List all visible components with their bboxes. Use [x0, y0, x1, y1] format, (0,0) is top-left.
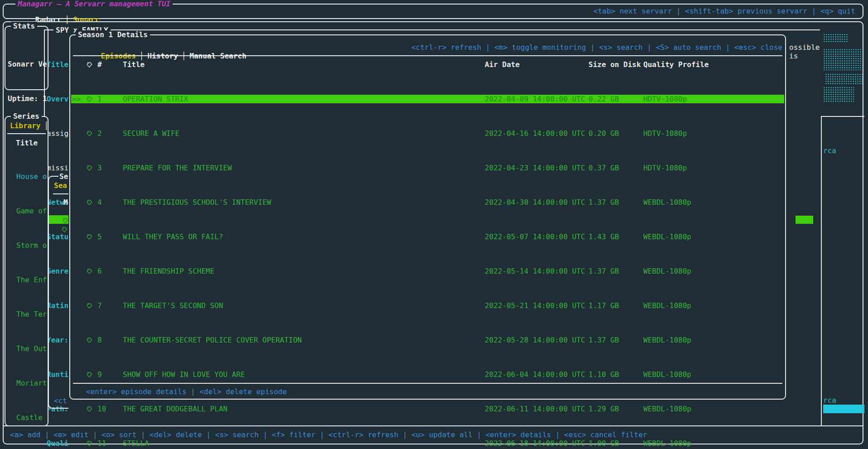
tag-icon [81, 129, 97, 138]
library-tab[interactable]: Library│ [10, 121, 52, 130]
tag-icon [81, 60, 97, 69]
series-list-item[interactable]: Castle [5, 413, 47, 422]
series-library-panel: Series Library│ Title House o Game of St… [5, 116, 48, 426]
selection-marker [7, 241, 16, 250]
episode-air-date: 2022-04-23 14:00:00 UTC [485, 164, 588, 172]
poster-braille-art-block [823, 48, 861, 70]
popup-footer-separator [73, 383, 782, 384]
tag-icon [81, 267, 97, 275]
series-list-item[interactable]: The Out [5, 344, 47, 353]
episode-size: 1.29 GB [588, 405, 643, 413]
overview-text-fragment-1: ossible [789, 43, 820, 52]
tag-icon [62, 225, 68, 234]
stats-line: Uptime: 17 [8, 94, 47, 103]
stats-panel-title: Stats [11, 22, 37, 30]
episode-number: 2 [97, 129, 123, 138]
series-list: House o Game of Storm o The Enf The Ter [5, 146, 47, 449]
episode-size: 1.10 GB [588, 370, 643, 379]
episode-row[interactable]: 3 PREPARE FOR THE INTERVIEW 2022-04-23 1… [71, 164, 784, 172]
details-panel-top-border [44, 29, 820, 30]
episode-number: 11 [97, 439, 123, 448]
selection-marker [7, 344, 16, 353]
episode-size: 1.17 GB [588, 301, 643, 310]
series-list-item[interactable]: Storm o [5, 241, 47, 250]
episode-quality: WEBDL-1080p [643, 198, 784, 207]
popup-title: Season 1 Details [76, 30, 150, 39]
season-selection-highlight-fragment [796, 216, 813, 224]
episode-row[interactable]: 7 THE TARGET'S SECOND SON 2022-05-21 14:… [71, 301, 784, 310]
header-keybind-hints: <tab> next servarr | <shift-tab> previou… [593, 7, 855, 15]
episode-title: SECURE A WIFE [123, 129, 485, 138]
series-title: Storm o [16, 241, 47, 250]
header-air-date: Air Date [485, 60, 588, 69]
episode-row[interactable]: => 1 OPERATION STRIX 2022-04-09 14:00:00… [71, 95, 784, 103]
header-title: Title [123, 60, 485, 69]
episode-number: 1 [97, 95, 123, 103]
background-text-fragment: rca [823, 396, 836, 405]
episode-quality: WEBDL-1080p [643, 439, 784, 448]
series-title: The Ter [16, 310, 47, 319]
episode-row[interactable]: 6 THE FRIENDSHIP SCHEME 2022-05-14 14:00… [71, 267, 784, 275]
series-title: Game of [16, 207, 47, 215]
selection-marker: => [71, 95, 81, 103]
episode-air-date: 2022-04-09 14:00:00 UTC [485, 95, 588, 103]
series-list-item[interactable]: House o [5, 172, 47, 181]
episode-air-date: 2022-06-11 14:00:00 UTC [485, 405, 588, 413]
episode-quality: WEBDL-1080p [643, 232, 784, 241]
series-list-item[interactable]: Moriart [5, 379, 47, 387]
selection-marker [7, 413, 16, 422]
overview-text-fragment-2: is [789, 52, 798, 60]
tag-icon [81, 164, 97, 172]
episode-size: 0.20 GB [588, 129, 643, 138]
episode-row[interactable]: 9 SHOW OFF HOW IN LOVE YOU ARE 2022-06-0… [71, 370, 784, 379]
episode-quality: WEBDL-1080p [643, 301, 784, 310]
seasons-tab-underline [53, 193, 68, 194]
series-list-item[interactable]: The Ter [5, 310, 47, 319]
episode-row[interactable]: 4 THE PRESTIGIOUS SCHOOL'S INTERVIEW 202… [71, 198, 784, 207]
episode-quality: HDTV-1080p [643, 95, 784, 103]
episode-row[interactable]: 8 THE COUNTER-SECRET POLICE COVER OPERAT… [71, 336, 784, 344]
episode-number: 9 [97, 370, 123, 379]
tag-icon [81, 370, 97, 379]
episode-number: 3 [97, 164, 123, 172]
episode-title: THE TARGET'S SECOND SON [123, 301, 485, 310]
episode-title: STELLA [123, 439, 485, 448]
episode-air-date: 2022-06-04 14:00:00 UTC [485, 370, 588, 379]
tag-icon [81, 439, 97, 448]
details-label: Overv [47, 95, 69, 103]
episode-air-date: 2022-05-14 14:00:00 UTC [485, 267, 588, 275]
popup-keybind-hints: <ctrl-r> refresh | <m> toggle monitoring… [411, 43, 782, 52]
episode-title: SHOW OFF HOW IN LOVE YOU ARE [123, 370, 485, 379]
episode-quality: WEBDL-1080p [643, 336, 784, 344]
selection-marker [7, 310, 16, 319]
poster-braille-art-block [823, 34, 849, 43]
seasons-monitored-header-fragment: M [63, 198, 68, 207]
episode-size: 1.37 GB [588, 336, 643, 344]
stats-panel: Stats Sonarr Ver Uptime: 17 Storage: Dis… [5, 26, 48, 90]
popup-tabs-underline [73, 55, 782, 56]
tag-icon [81, 405, 97, 413]
episode-air-date: 2022-05-07 14:00:00 UTC [485, 232, 588, 241]
series-list-item[interactable]: The Enf [5, 275, 47, 284]
selection-marker [7, 172, 16, 181]
seasons-tab-fragment[interactable]: Sea [54, 181, 67, 190]
popup-footer-keybind-hints: <enter> episode details | <del> delete e… [86, 387, 287, 396]
episode-row[interactable]: 5 WILL THEY PASS OR FAIL? 2022-05-07 14:… [71, 232, 784, 241]
selection-marker [7, 379, 16, 387]
episode-title: THE COUNTER-SECRET POLICE COVER OPERATIO… [123, 336, 485, 344]
episode-size: 1.43 GB [588, 232, 643, 241]
episode-number: 6 [97, 267, 123, 275]
background-panel-border [821, 116, 864, 117]
episode-row[interactable]: 2 SECURE A WIFE 2022-04-16 14:00:00 UTC … [71, 129, 784, 138]
episode-row[interactable]: 11 STELLA 2022-06-18 14:00:00 UTC 1.00 G… [71, 439, 784, 448]
series-list-item[interactable]: Game of [5, 207, 47, 215]
episode-air-date: 2022-05-21 14:00:00 UTC [485, 301, 588, 310]
season-details-popup: Season 1 Details Episodes│History│Manual… [69, 34, 786, 400]
episode-air-date: 2022-06-18 14:00:00 UTC [485, 439, 588, 448]
details-label: missi [47, 164, 69, 172]
managarr-terminal: Managarr — A Servarr management TUI Rada… [0, 0, 868, 449]
selected-season-row-fragment[interactable]: => [49, 215, 68, 224]
episode-title: PREPARE FOR THE INTERVIEW [123, 164, 485, 172]
episode-row[interactable]: 10 THE GREAT DODGEBALL PLAN 2022-06-11 1… [71, 405, 784, 413]
episode-title: WILL THEY PASS OR FAIL? [123, 232, 485, 241]
